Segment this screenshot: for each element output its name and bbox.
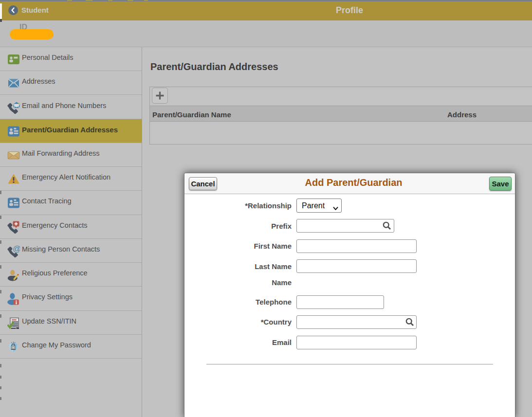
svg-text:@: @ xyxy=(13,245,20,254)
